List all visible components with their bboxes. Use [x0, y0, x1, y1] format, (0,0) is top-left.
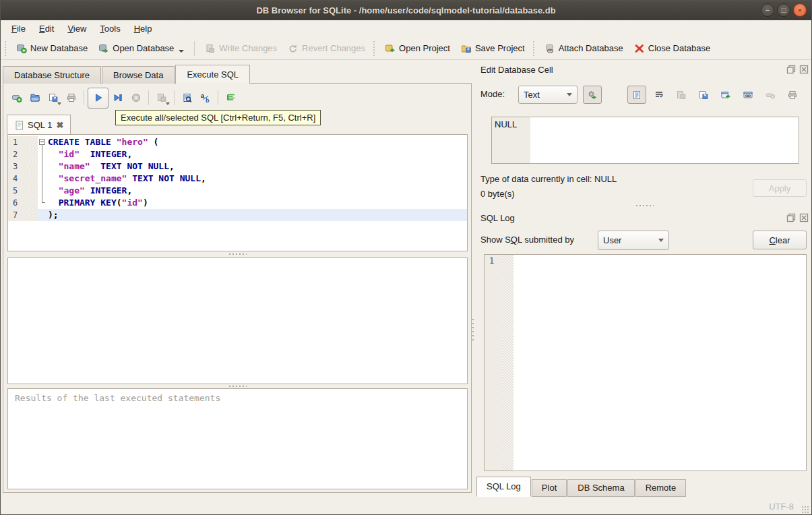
- splitter-main-vertical[interactable]: [472, 319, 474, 342]
- print-button[interactable]: [62, 89, 80, 107]
- splitter-results-messages[interactable]: [7, 384, 468, 388]
- float-panel-icon[interactable]: [786, 64, 796, 74]
- sql-log-view[interactable]: 1: [484, 254, 807, 471]
- dock-tab-remote[interactable]: Remote: [635, 479, 687, 497]
- log-filter-select[interactable]: User: [598, 231, 669, 250]
- code-text: "id" INTEGER,: [48, 148, 467, 160]
- float-panel-icon[interactable]: [786, 212, 796, 222]
- sql-code-editor[interactable]: 1CREATE TABLE "hero" (2 "id" INTEGER,3 "…: [7, 134, 468, 251]
- open-database-button[interactable]: Open Database: [93, 40, 189, 57]
- attach-database-button[interactable]: Attach Database: [539, 40, 629, 57]
- replace-icon: ab: [200, 92, 211, 103]
- dock-tab-db-schema[interactable]: DB Schema: [567, 479, 634, 497]
- toolbar-button-label: Revert Changes: [302, 43, 365, 53]
- export-cell-button[interactable]: [694, 86, 713, 104]
- tab-database-structure[interactable]: Database Structure: [3, 66, 101, 84]
- save-project-button[interactable]: Save Project: [456, 40, 530, 57]
- clear-log-button[interactable]: Clear: [753, 231, 807, 249]
- close-button[interactable]: ×: [793, 3, 807, 17]
- menu-edit[interactable]: Edit: [32, 22, 61, 36]
- menu-tools[interactable]: Tools: [93, 22, 127, 36]
- dock-tab-sql-log[interactable]: SQL Log: [476, 477, 531, 497]
- find-button[interactable]: [178, 89, 196, 107]
- code-line-6[interactable]: 6 PRIMARY KEY("id"): [8, 197, 467, 209]
- minimize-button[interactable]: −: [761, 3, 774, 17]
- results-grid[interactable]: [7, 258, 468, 384]
- fold-line: [42, 173, 42, 185]
- sql-editor-tabs: SQL 1 ✖: [7, 115, 71, 134]
- attach-database-icon: [544, 43, 555, 54]
- word-wrap-button[interactable]: [650, 86, 668, 104]
- save-results-icon: [156, 92, 167, 103]
- fold-margin: [30, 160, 38, 173]
- code-line-2[interactable]: 2 "id" INTEGER,: [8, 148, 467, 160]
- splitter-dock[interactable]: [476, 204, 812, 207]
- line-number: 3: [8, 160, 30, 173]
- toolbar-separator: [84, 90, 84, 105]
- line-number: 5: [8, 185, 30, 197]
- fold-column[interactable]: [38, 136, 48, 148]
- tab-sql-1[interactable]: SQL 1 ✖: [7, 115, 71, 134]
- import-cell-button[interactable]: [672, 86, 691, 104]
- show-sql-label: Show SQL submitted by: [480, 235, 574, 245]
- apply-button[interactable]: Apply: [753, 179, 807, 197]
- sql-tab-close-icon[interactable]: ✖: [56, 120, 63, 130]
- encoding-indicator[interactable]: UTF-8: [769, 502, 794, 512]
- menu-help[interactable]: Help: [127, 22, 159, 36]
- cell-value-editor[interactable]: NULL: [491, 117, 799, 164]
- stop-button[interactable]: [127, 89, 145, 107]
- fold-line: [42, 160, 42, 173]
- revert-changes-button[interactable]: Revert Changes: [282, 40, 371, 57]
- line-number: 2: [8, 148, 30, 160]
- chevron-down-icon: [567, 93, 572, 96]
- save-project-icon: [461, 43, 472, 54]
- find-icon: [182, 92, 193, 103]
- format-sql-button[interactable]: [222, 89, 240, 107]
- close-panel-icon[interactable]: [799, 64, 809, 74]
- new-sql-tab-button[interactable]: [7, 89, 26, 107]
- text-mode-button[interactable]: [627, 86, 646, 104]
- code-line-7[interactable]: 7);: [8, 209, 467, 221]
- save-sql-file-button[interactable]: [44, 89, 62, 107]
- execute-all-button[interactable]: [88, 88, 108, 109]
- line-number: 7: [8, 209, 30, 221]
- copy-link-button[interactable]: [739, 86, 757, 104]
- code-line-5[interactable]: 5 "age" INTEGER,: [8, 185, 467, 197]
- results-message-area[interactable]: Results of the last executed statements: [7, 388, 468, 489]
- title-bar[interactable]: DB Browser for SQLite - /home/user/code/…: [1, 1, 811, 20]
- tab-browse-data[interactable]: Browse Data: [102, 66, 175, 84]
- save-file-icon: [48, 92, 59, 103]
- open-external-button[interactable]: [716, 86, 735, 104]
- resize-grip-icon[interactable]: [801, 506, 809, 514]
- execute-line-button[interactable]: [108, 89, 127, 107]
- set-null-button[interactable]: [761, 86, 780, 104]
- replace-button[interactable]: ab: [196, 89, 214, 107]
- toolbar-separator: [174, 90, 175, 105]
- new-database-button[interactable]: New Database: [11, 40, 93, 57]
- splitter-editor-results[interactable]: [7, 252, 468, 255]
- fold-margin: [30, 185, 38, 197]
- sql-toolbar: ab: [7, 87, 240, 109]
- mode-select[interactable]: Text: [518, 86, 577, 104]
- code-line-1[interactable]: 1CREATE TABLE "hero" (: [8, 136, 467, 148]
- dock-tab-plot[interactable]: Plot: [532, 479, 567, 497]
- auto-mode-button[interactable]: [583, 86, 602, 104]
- open-sql-file-button[interactable]: [26, 89, 44, 107]
- tab-execute-sql[interactable]: Execute SQL: [175, 65, 250, 84]
- toolbar-handle: [373, 41, 377, 56]
- save-results-button[interactable]: [152, 89, 170, 107]
- fold-margin: [30, 148, 38, 160]
- code-line-4[interactable]: 4 "secret_name" TEXT NOT NULL,: [8, 173, 467, 185]
- print-cell-button[interactable]: [783, 86, 802, 104]
- maximize-button[interactable]: □: [777, 3, 790, 17]
- menu-file[interactable]: File: [5, 22, 32, 36]
- open-project-button[interactable]: Open Project: [379, 40, 456, 57]
- close-database-button[interactable]: Close Database: [629, 40, 716, 57]
- write-changes-button[interactable]: Write Changes: [199, 40, 282, 57]
- main-toolbar: New DatabaseOpen DatabaseWrite ChangesRe…: [1, 37, 811, 60]
- close-panel-icon[interactable]: [799, 212, 809, 222]
- fold-collapse-icon[interactable]: [39, 139, 45, 145]
- menu-view[interactable]: View: [61, 22, 93, 36]
- window-controls: −□×: [761, 3, 807, 17]
- code-line-3[interactable]: 3 "name" TEXT NOT NULL,: [8, 160, 467, 173]
